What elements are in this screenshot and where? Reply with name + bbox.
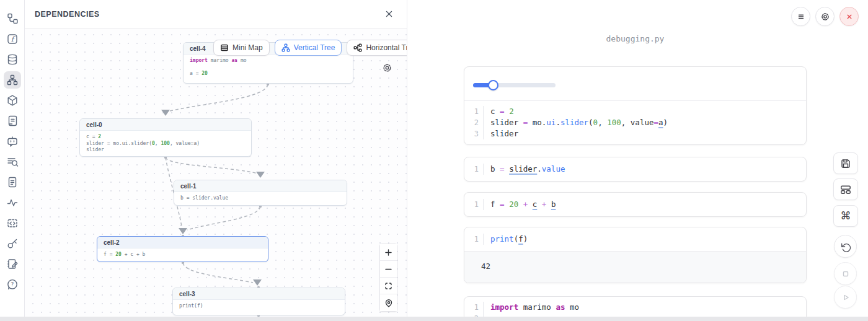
locate-button[interactable] — [380, 294, 397, 311]
arrowhead — [161, 110, 170, 116]
graph-node-cell-1[interactable]: cell-1b = slider.value — [174, 180, 347, 206]
tracing-icon — [6, 196, 19, 209]
code-line: import marimo as mo — [490, 302, 579, 313]
view-button-mini-map[interactable]: Mini Map — [213, 40, 270, 56]
menu-button[interactable] — [791, 7, 810, 26]
line-numbers: 123 — [464, 106, 484, 139]
graph-node-cell-0[interactable]: cell-0c = 2slider = mo.ui.slider(0, 100,… — [79, 118, 252, 157]
code-token: mo. — [528, 118, 546, 127]
fit-view-icon — [384, 282, 392, 290]
variables-icon: f — [6, 33, 19, 45]
packages-icon — [6, 94, 19, 107]
line-numbers: 1 — [464, 199, 484, 210]
horizontal-tree-icon — [353, 43, 362, 52]
code-line: slider — [490, 128, 668, 139]
graph-node-title: cell-1 — [174, 180, 347, 192]
code-lines: c = 2slider = mo.ui.slider(0, 100, value… — [484, 106, 668, 139]
view-button-vertical-tree[interactable]: Vertical Tree — [275, 40, 342, 56]
slider-thumb[interactable] — [488, 80, 498, 90]
undo-button[interactable] — [834, 235, 857, 258]
activity-bar-item-file-tree-icon[interactable] — [4, 10, 21, 27]
graph-node-title: cell-3 — [173, 288, 345, 300]
code-token: marimo — [518, 302, 556, 312]
cell-editor[interactable]: 1print(f) — [464, 227, 806, 251]
slider-widget[interactable] — [473, 83, 556, 87]
view-button-horizontal-tree[interactable]: Horizontal Tree — [347, 40, 407, 56]
cell-editor[interactable]: 123c = 2slider = mo.ui.slider(0, 100, va… — [464, 101, 806, 144]
edge-cell4-cell0 — [170, 84, 268, 111]
command-button[interactable]: ⌘ — [833, 205, 858, 227]
cell-editor[interactable]: 1b = slider.value — [464, 157, 806, 181]
activity-bar-item-logs-icon[interactable] — [4, 153, 21, 170]
code-token: slider — [86, 147, 104, 152]
code-token: f — [518, 234, 523, 244]
activity-bar-item-key-icon[interactable] — [4, 235, 21, 252]
activity-bar-item-snippets-icon[interactable] — [4, 174, 21, 191]
view-button-label: Vertical Tree — [294, 43, 335, 52]
code-token: slider — [560, 118, 588, 127]
activity-bar-item-chat-icon[interactable] — [4, 133, 21, 150]
play-icon — [841, 292, 851, 302]
gear-button[interactable] — [815, 7, 835, 26]
undo-icon — [840, 241, 851, 252]
layout-icon — [839, 183, 852, 196]
code-token: , value — [621, 118, 654, 127]
code-token: slider — [490, 118, 523, 127]
arrowhead — [256, 172, 265, 178]
code-token: = — [500, 200, 505, 209]
layout-button[interactable] — [833, 178, 858, 200]
activity-bar-item-tracing-icon[interactable] — [4, 194, 21, 211]
code-token: as — [556, 302, 565, 312]
code-token — [518, 200, 523, 209]
vertical-tree-icon — [281, 43, 290, 52]
code-lines: b = slider.value — [484, 164, 565, 175]
save-button[interactable] — [833, 152, 858, 174]
svg-text:?: ? — [11, 281, 14, 288]
graph-node-cell-3[interactable]: cell-3print(f) — [172, 288, 345, 315]
line-numbers: 1 — [464, 234, 484, 245]
code-token: 20 — [509, 200, 518, 209]
code-token: , — [598, 118, 607, 127]
activity-bar-item-packages-icon[interactable] — [4, 92, 21, 109]
panel-header: DEPENDENCIES — [25, 0, 407, 29]
code-token: b — [551, 200, 556, 209]
dependency-graph[interactable]: cell-4import marimo as mo a = 20cell-0c … — [25, 29, 407, 317]
code-token: + c + b — [122, 252, 146, 257]
edge-cell2-cell3 — [183, 263, 253, 283]
close-button[interactable] — [839, 7, 859, 26]
cell-editor[interactable]: 1f = 20 + c + b — [464, 193, 806, 216]
zoom-in-button[interactable] — [380, 244, 397, 261]
code-line: c = 2 — [490, 106, 668, 117]
close-icon — [844, 12, 854, 22]
activity-bar-item-notebook-icon[interactable] — [4, 255, 21, 273]
code-token: = — [500, 107, 505, 116]
code-token: ui — [546, 118, 556, 127]
gear-icon[interactable] — [382, 63, 392, 73]
code-token: f = — [104, 252, 115, 257]
key-icon — [6, 237, 19, 250]
activity-bar-item-scratchpad-icon[interactable] — [4, 214, 21, 232]
view-button-label: Mini Map — [232, 43, 263, 52]
graph-node-cell-2[interactable]: cell-2f = 20 + c + b — [97, 236, 268, 262]
activity-bar-item-scroll-icon[interactable] — [4, 112, 21, 130]
activity-bar-item-help-icon[interactable]: ? — [4, 276, 21, 293]
zoom-out-button[interactable] — [380, 261, 397, 278]
code-token: 0 — [593, 118, 598, 127]
line-numbers: 1 — [464, 164, 484, 175]
code-token — [528, 200, 533, 209]
activity-bar-item-variables-icon[interactable]: f — [4, 30, 21, 48]
code-token: , value=a) — [170, 141, 200, 146]
code-line: b = slider.value — [490, 164, 565, 175]
fit-view-button[interactable] — [380, 278, 397, 294]
stop-button[interactable] — [834, 262, 857, 285]
play-button[interactable] — [834, 286, 857, 309]
code-token: c — [490, 107, 500, 116]
activity-bar-item-datasources-icon[interactable] — [4, 51, 21, 68]
code-token: 2 — [509, 107, 514, 116]
activity-bar-item-dependencies-icon[interactable] — [4, 71, 21, 89]
graph-node-title: cell-0 — [80, 119, 251, 131]
code-token: slider — [490, 129, 518, 138]
notebook-icon — [6, 258, 19, 270]
close-icon[interactable] — [384, 9, 394, 19]
code-token: b = slider.value — [180, 195, 228, 201]
